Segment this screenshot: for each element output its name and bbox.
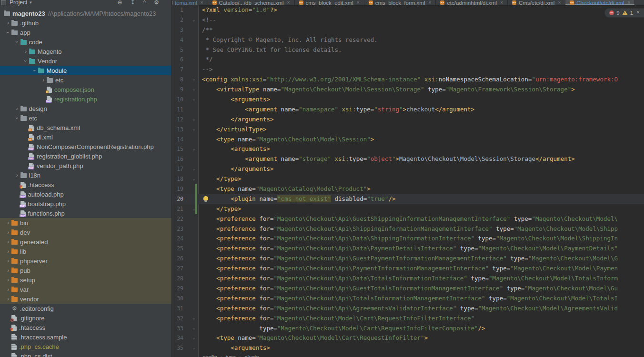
- inspection-chevron-icon[interactable]: ^: [636, 10, 639, 16]
- close-icon[interactable]: ×: [287, 0, 290, 5]
- tree-item-vendor-path-php[interactable]: PHPvendor_path.php: [0, 161, 171, 170]
- close-icon[interactable]: ×: [628, 0, 631, 5]
- vcs-change-marker[interactable]: [195, 184, 197, 194]
- tree-item-phpserver[interactable]: ›phpserver: [0, 256, 171, 266]
- close-icon[interactable]: ×: [429, 0, 432, 5]
- breadcrumb-item-config[interactable]: config: [202, 354, 217, 357]
- tree-item-registration-php[interactable]: PHPregistration.php: [0, 94, 171, 104]
- chevron-collapsed-icon[interactable]: ›: [40, 77, 47, 83]
- tree-item-code[interactable]: ›code: [0, 37, 171, 47]
- chevron-collapsed-icon[interactable]: ›: [14, 172, 20, 178]
- scroll-to-source-icon[interactable]: ↧: [131, 0, 135, 6]
- fold-marker-icon[interactable]: ▿: [191, 126, 196, 136]
- chevron-expanded-icon[interactable]: ›: [5, 30, 11, 35]
- tree-item--gitignore[interactable]: .gitignore: [0, 313, 171, 323]
- chevron-collapsed-icon[interactable]: ›: [5, 296, 11, 302]
- fold-marker-icon[interactable]: ▿: [191, 116, 196, 126]
- tree-item--htaccess-sample[interactable]: .htaccess.sample: [0, 332, 171, 342]
- chevron-expanded-icon[interactable]: ›: [22, 58, 29, 64]
- chevron-collapsed-icon[interactable]: ›: [5, 287, 11, 292]
- breadcrumb-item-type[interactable]: type: [226, 354, 236, 357]
- close-icon[interactable]: ×: [558, 0, 561, 5]
- fold-marker-icon[interactable]: ▿: [191, 76, 196, 86]
- chevron-collapsed-icon[interactable]: ›: [5, 229, 11, 235]
- tree-item--htaccess[interactable]: .htaccess: [0, 323, 171, 332]
- tree-item-app[interactable]: ›app: [0, 28, 171, 37]
- fold-marker-icon[interactable]: ▿: [191, 315, 196, 325]
- tree-item-etc[interactable]: ›etc: [0, 75, 171, 85]
- tree-item-module[interactable]: ›Module: [0, 66, 171, 75]
- fold-marker-icon[interactable]: ▿: [191, 165, 196, 175]
- chevron-collapsed-icon[interactable]: ›: [14, 106, 20, 111]
- fold-marker-icon[interactable]: ▿: [191, 86, 196, 96]
- fold-marker-icon[interactable]: ▿: [191, 175, 196, 185]
- collapse-all-icon[interactable]: ^: [143, 0, 146, 6]
- tree-item-magento[interactable]: ›Magento: [0, 47, 171, 56]
- chevron-collapsed-icon[interactable]: ›: [5, 248, 11, 254]
- tree-item-noncomposercomponentregistration-php[interactable]: PHPNonComposerComponentRegistration.php: [0, 142, 171, 151]
- tree-item-dev[interactable]: ›dev: [0, 228, 171, 237]
- chevron-collapsed-icon[interactable]: ›: [5, 258, 11, 264]
- tree-item-vendor[interactable]: ›Vendor: [0, 56, 171, 66]
- chevron-collapsed-icon[interactable]: ›: [5, 20, 11, 26]
- fold-marker-icon[interactable]: ▿: [191, 334, 196, 344]
- vcs-change-marker[interactable]: [195, 194, 197, 204]
- tree-item-lib[interactable]: ›lib: [0, 247, 171, 256]
- tree-item-pub[interactable]: ›pub: [0, 266, 171, 275]
- tree-item-vendor[interactable]: ›vendor: [0, 294, 171, 304]
- tree-item--php-cs-cache[interactable]: .php_cs.cache: [0, 342, 171, 351]
- chevron-collapsed-icon[interactable]: ›: [5, 220, 11, 226]
- inspection-widget[interactable]: 9 1 ^: [604, 8, 644, 18]
- fold-marker-icon[interactable]: ▿: [191, 325, 196, 335]
- close-icon[interactable]: ×: [357, 0, 360, 5]
- chevron-collapsed-icon[interactable]: ›: [5, 268, 11, 273]
- tree-item-magento23[interactable]: magento23/Applications/MAMP/htdocs/magen…: [0, 9, 171, 18]
- tree-item-registration-globlist-php[interactable]: PHPregistration_globlist.php: [0, 151, 171, 161]
- chevron-expanded-icon[interactable]: ›: [31, 68, 38, 73]
- tree-item-db-schema-xml[interactable]: <>db_schema.xml: [0, 123, 171, 132]
- tree-item-di-xml[interactable]: <>di.xml: [0, 132, 171, 142]
- fold-marker-icon[interactable]: ▿: [191, 344, 196, 354]
- tab-catalog-db-schema-xml[interactable]: Catalog/.../db_schema.xml×: [208, 0, 295, 5]
- close-icon[interactable]: ×: [500, 0, 503, 5]
- tab-cms-block-edit-xml[interactable]: cms_block_edit.xml×: [295, 0, 364, 5]
- tree-item-composer-json[interactable]: {}composer.json: [0, 85, 171, 94]
- tree-item-bin[interactable]: ›bin: [0, 218, 171, 228]
- editor-area[interactable]: tema.xml×Catalog/.../db_schema.xml×cms_b…: [172, 0, 644, 357]
- code-area[interactable]: 1<?xml version="1.0"?>2▿<!--3/**4 * Copy…: [172, 5, 644, 353]
- tab-etc-adminhtml-di-xml[interactable]: etc/adminhtml/di.xml×: [436, 0, 508, 5]
- vcs-change-marker[interactable]: [195, 204, 197, 214]
- chevron-expanded-icon[interactable]: ›: [14, 115, 20, 121]
- tree-item--editorconfig[interactable]: ⚙.editorconfig: [0, 304, 171, 313]
- settings-gear-icon[interactable]: ⚙: [154, 0, 159, 6]
- locate-target-icon[interactable]: ⊕: [117, 0, 122, 6]
- tree-item-i18n[interactable]: ›i18n: [0, 170, 171, 180]
- tab-cms-block-form-xml[interactable]: cms_block_form.xml×: [364, 0, 436, 5]
- tree-item-generated[interactable]: ›generated: [0, 237, 171, 247]
- chevron-down-icon[interactable]: ▾: [30, 0, 32, 5]
- tree-item--github[interactable]: ›.github: [0, 18, 171, 28]
- breadcrumb-item-plugin[interactable]: plugin: [244, 354, 259, 357]
- tree-item--htaccess[interactable]: .htaccess: [0, 180, 171, 189]
- tree-item-setup[interactable]: ›setup: [0, 275, 171, 285]
- tree-item-design[interactable]: ›design: [0, 104, 171, 113]
- tree-item-autoload-php[interactable]: PHPautoload.php: [0, 189, 171, 199]
- tab-tema-xml[interactable]: tema.xml×: [172, 0, 208, 5]
- project-tree[interactable]: magento23/Applications/MAMP/htdocs/magen…: [0, 9, 171, 357]
- fold-marker-icon[interactable]: ▿: [191, 16, 196, 26]
- tree-item-etc[interactable]: ›etc: [0, 113, 171, 123]
- tree-item-var[interactable]: ›var: [0, 285, 171, 294]
- chevron-collapsed-icon[interactable]: ›: [5, 277, 11, 283]
- fold-marker-icon[interactable]: ▿: [191, 96, 196, 106]
- tab-cms-etc-di-xml[interactable]: Cms/etc/di.xml×: [508, 0, 565, 5]
- tree-item-bootstrap-php[interactable]: PHPbootstrap.php: [0, 199, 171, 208]
- close-icon[interactable]: ×: [201, 0, 203, 5]
- tab-checkout-etc-di-xml[interactable]: Checkout/etc/di.xml×: [565, 0, 635, 5]
- fold-marker-icon[interactable]: ▿: [191, 145, 196, 155]
- json-file-icon: {}: [47, 87, 52, 93]
- chevron-collapsed-icon[interactable]: ›: [5, 239, 11, 245]
- tree-item--php-cs-dist[interactable]: .php_cs.dist: [0, 351, 171, 357]
- chevron-expanded-icon[interactable]: ›: [14, 39, 20, 45]
- chevron-collapsed-icon[interactable]: ›: [22, 49, 29, 54]
- tree-item-functions-php[interactable]: PHPfunctions.php: [0, 208, 171, 218]
